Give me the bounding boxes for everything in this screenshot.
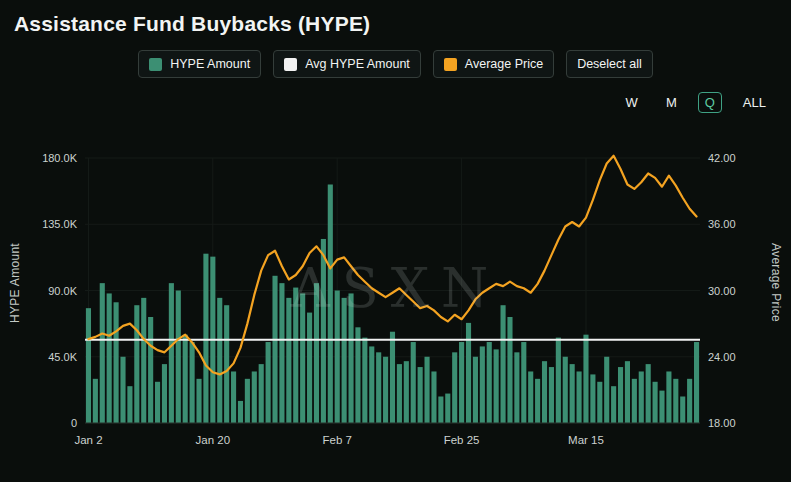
hype-amount-bar[interactable] <box>556 338 561 423</box>
hype-amount-bar[interactable] <box>162 364 167 423</box>
hype-amount-bar[interactable] <box>134 305 139 423</box>
hype-amount-bar[interactable] <box>141 298 146 423</box>
hype-amount-bar[interactable] <box>680 397 685 424</box>
hype-amount-bar[interactable] <box>203 254 208 423</box>
hype-amount-bar[interactable] <box>694 342 699 423</box>
hype-amount-bar[interactable] <box>604 357 609 423</box>
hype-amount-bar[interactable] <box>542 361 547 423</box>
hype-amount-bar[interactable] <box>238 401 243 423</box>
hype-amount-bar[interactable] <box>514 352 519 423</box>
hype-amount-bar[interactable] <box>328 185 333 424</box>
hype-amount-bar[interactable] <box>473 357 478 423</box>
hype-amount-bar[interactable] <box>494 349 499 423</box>
hype-amount-bar[interactable] <box>466 323 471 423</box>
hype-amount-bar[interactable] <box>411 342 416 423</box>
hype-amount-bar[interactable] <box>190 342 195 423</box>
hype-amount-bar[interactable] <box>362 338 367 423</box>
hype-amount-bar[interactable] <box>342 298 347 423</box>
hype-amount-bar[interactable] <box>639 371 644 423</box>
hype-amount-bar[interactable] <box>224 305 229 423</box>
hype-amount-bar[interactable] <box>286 298 291 423</box>
hype-amount-bar[interactable] <box>176 291 181 424</box>
hype-amount-bar[interactable] <box>445 394 450 423</box>
hype-amount-bar[interactable] <box>480 346 485 423</box>
hype-amount-bar[interactable] <box>563 357 568 423</box>
legend-item-hype-amount[interactable]: HYPE Amount <box>138 50 261 78</box>
hype-amount-bar[interactable] <box>376 352 381 423</box>
range-selector: W M Q ALL <box>0 92 773 113</box>
chart[interactable]: 045.0K90.0K135.0K180.0K18.0024.0030.0036… <box>0 143 791 473</box>
hype-amount-bar[interactable] <box>597 382 602 423</box>
hype-amount-bar[interactable] <box>300 293 305 423</box>
hype-amount-bar[interactable] <box>107 293 112 423</box>
hype-amount-bar[interactable] <box>100 283 105 423</box>
hype-amount-bar[interactable] <box>279 283 284 423</box>
hype-amount-bar[interactable] <box>404 361 409 423</box>
hype-amount-bar[interactable] <box>583 335 588 423</box>
legend-item-avg-hype-amount[interactable]: Avg HYPE Amount <box>273 50 421 78</box>
hype-amount-bar[interactable] <box>438 397 443 424</box>
hype-amount-bar[interactable] <box>293 288 298 423</box>
hype-amount-bar[interactable] <box>93 379 98 423</box>
hype-amount-bar[interactable] <box>507 317 512 423</box>
hype-amount-bar[interactable] <box>231 371 236 423</box>
hype-amount-bar[interactable] <box>501 305 506 423</box>
hype-amount-bar[interactable] <box>335 291 340 424</box>
hype-amount-bar[interactable] <box>369 346 374 423</box>
hype-amount-bar[interactable] <box>148 317 153 423</box>
range-option-q[interactable]: Q <box>698 92 722 113</box>
hype-amount-bar[interactable] <box>659 391 664 423</box>
hype-amount-bar[interactable] <box>459 342 464 423</box>
hype-amount-bar[interactable] <box>673 379 678 423</box>
hype-amount-bar[interactable] <box>535 379 540 423</box>
hype-amount-bar[interactable] <box>169 283 174 423</box>
hype-amount-bar[interactable] <box>245 379 250 423</box>
hype-amount-bar[interactable] <box>217 298 222 423</box>
hype-amount-bar[interactable] <box>452 352 457 423</box>
hype-amount-bar[interactable] <box>611 386 616 423</box>
hype-amount-bar[interactable] <box>653 382 658 423</box>
hype-amount-bar[interactable] <box>314 283 319 423</box>
hype-amount-bar[interactable] <box>196 379 201 423</box>
hype-amount-bar[interactable] <box>120 357 125 423</box>
hype-amount-bar[interactable] <box>521 342 526 423</box>
left-axis-tick-label: 135.0K <box>42 218 78 230</box>
hype-amount-bar[interactable] <box>321 239 326 423</box>
hype-amount-bar[interactable] <box>590 374 595 423</box>
hype-amount-bar[interactable] <box>307 313 312 423</box>
hype-amount-bar[interactable] <box>390 332 395 423</box>
hype-amount-bar[interactable] <box>418 367 423 423</box>
hype-amount-bar[interactable] <box>348 293 353 423</box>
hype-amount-bar[interactable] <box>355 327 360 423</box>
range-option-w[interactable]: W <box>619 92 645 113</box>
legend-item-average-price[interactable]: Average Price <box>433 50 554 78</box>
hype-amount-bar[interactable] <box>549 367 554 423</box>
hype-amount-bar[interactable] <box>570 364 575 423</box>
hype-amount-bar[interactable] <box>487 342 492 423</box>
range-option-all[interactable]: ALL <box>736 92 773 113</box>
hype-amount-bar[interactable] <box>577 371 582 423</box>
hype-amount-bar[interactable] <box>259 364 264 423</box>
hype-amount-bar[interactable] <box>266 342 271 423</box>
hype-amount-bar[interactable] <box>383 357 388 423</box>
hype-amount-bar[interactable] <box>397 364 402 423</box>
hype-amount-bar[interactable] <box>687 379 692 423</box>
hype-amount-bar[interactable] <box>252 371 257 423</box>
page-title: Assistance Fund Buybacks (HYPE) <box>14 12 791 36</box>
hype-amount-bar[interactable] <box>272 276 277 423</box>
hype-amount-bar[interactable] <box>86 308 91 423</box>
hype-amount-bar[interactable] <box>666 371 671 423</box>
deselect-all-button[interactable]: Deselect all <box>566 50 653 78</box>
hype-amount-bar[interactable] <box>646 364 651 423</box>
hype-amount-bar[interactable] <box>431 371 436 423</box>
hype-amount-bar[interactable] <box>155 382 160 423</box>
hype-amount-bar[interactable] <box>425 357 430 423</box>
range-option-m[interactable]: M <box>659 92 684 113</box>
hype-amount-bar[interactable] <box>127 386 132 423</box>
hype-amount-bar[interactable] <box>632 379 637 423</box>
hype-amount-bar[interactable] <box>528 371 533 423</box>
hype-amount-bar[interactable] <box>618 367 623 423</box>
hype-amount-bar[interactable] <box>625 361 630 423</box>
hype-amount-bar[interactable] <box>183 335 188 423</box>
hype-amount-bar[interactable] <box>114 302 119 423</box>
